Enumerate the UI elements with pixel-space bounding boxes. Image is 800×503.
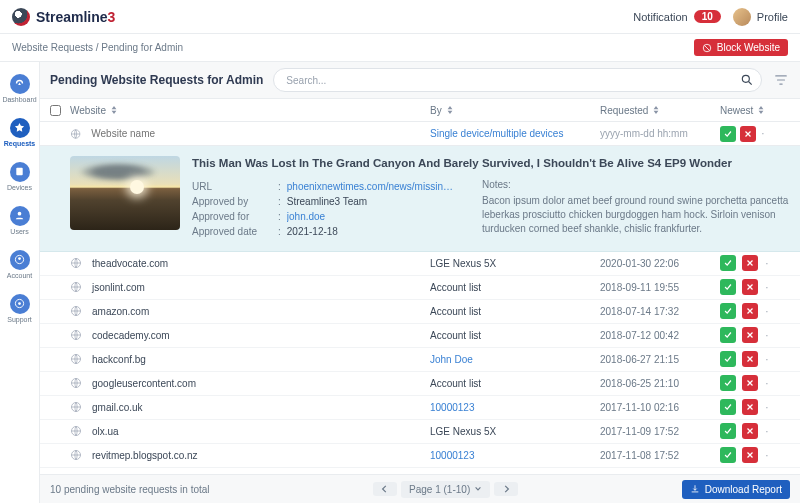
svg-point-3 bbox=[18, 212, 22, 216]
check-icon bbox=[723, 306, 733, 316]
nav-devices[interactable]: Devices bbox=[2, 156, 38, 196]
row-menu[interactable]: · bbox=[764, 402, 770, 413]
pager-prev[interactable] bbox=[373, 482, 397, 496]
nav-requests[interactable]: Requests bbox=[2, 112, 38, 152]
row-by: Account list bbox=[430, 330, 600, 341]
row-requested: 2018-06-27 21:15 bbox=[600, 354, 720, 365]
nav-users[interactable]: Users bbox=[2, 200, 38, 240]
approve-all-button[interactable] bbox=[720, 126, 736, 142]
brand[interactable]: Streamline3 bbox=[12, 8, 115, 26]
row-menu[interactable]: · bbox=[764, 330, 770, 341]
profile-label: Profile bbox=[757, 11, 788, 23]
col-newest[interactable]: Newest bbox=[720, 105, 790, 116]
row-site: jsonlint.com bbox=[92, 282, 145, 293]
select-all-checkbox[interactable] bbox=[50, 105, 61, 116]
table-row[interactable]: olx.uaLGE Nexus 5X2017-11-09 17:52· bbox=[40, 420, 800, 444]
reject-button[interactable] bbox=[742, 279, 758, 295]
filter-button[interactable] bbox=[772, 71, 790, 89]
globe-icon bbox=[70, 377, 82, 389]
brand-name: Streamline bbox=[36, 9, 108, 25]
table-row[interactable]: theadvocate.comLGE Nexus 5X2020-01-30 22… bbox=[40, 252, 800, 276]
approve-button[interactable] bbox=[720, 375, 736, 391]
sort-icon bbox=[757, 106, 765, 114]
approve-button[interactable] bbox=[720, 327, 736, 343]
row-menu[interactable]: · bbox=[764, 426, 770, 437]
detail-thumbnail bbox=[70, 156, 180, 230]
reject-button[interactable] bbox=[742, 375, 758, 391]
reject-button[interactable] bbox=[742, 303, 758, 319]
globe-icon bbox=[70, 281, 82, 293]
sort-icon bbox=[446, 106, 454, 114]
row-menu[interactable]: · bbox=[764, 354, 770, 365]
check-icon bbox=[723, 282, 733, 292]
download-icon bbox=[690, 484, 700, 494]
row-menu[interactable]: · bbox=[764, 282, 770, 293]
row-site: olx.ua bbox=[92, 426, 119, 437]
row-menu[interactable]: · bbox=[760, 128, 766, 139]
approve-button[interactable] bbox=[720, 303, 736, 319]
reject-button[interactable] bbox=[742, 255, 758, 271]
row-by[interactable]: 10000123 bbox=[430, 450, 600, 461]
approve-button[interactable] bbox=[720, 399, 736, 415]
approve-button[interactable] bbox=[720, 279, 736, 295]
profile-link[interactable]: Profile bbox=[733, 8, 788, 26]
row-menu[interactable]: · bbox=[764, 450, 770, 461]
search-icon bbox=[740, 73, 754, 87]
svg-point-8 bbox=[742, 75, 749, 82]
row-menu[interactable]: · bbox=[764, 378, 770, 389]
x-icon bbox=[745, 378, 755, 388]
filter-date-input[interactable]: yyyy-mm-dd hh:mm bbox=[600, 128, 720, 139]
block-website-button[interactable]: Block Website bbox=[694, 39, 788, 56]
notification-label: Notification bbox=[633, 11, 687, 23]
table-row[interactable]: amazon.comAccount list2018-07-14 17:32· bbox=[40, 300, 800, 324]
reject-button[interactable] bbox=[742, 447, 758, 463]
block-icon bbox=[702, 43, 712, 53]
reject-all-button[interactable] bbox=[740, 126, 756, 142]
table-row[interactable]: jsonlint.comAccount list2018-09-11 19:55… bbox=[40, 276, 800, 300]
table-row[interactable]: hackconf.bgJohn Doe2018-06-27 21:15· bbox=[40, 348, 800, 372]
globe-icon bbox=[70, 353, 82, 365]
row-requested: 2018-07-12 00:42 bbox=[600, 330, 720, 341]
row-menu[interactable]: · bbox=[764, 306, 770, 317]
reject-button[interactable] bbox=[742, 423, 758, 439]
detail-url[interactable]: phoenixnewtimes.com/news/missing-man-gra… bbox=[287, 181, 457, 192]
approve-button[interactable] bbox=[720, 351, 736, 367]
table-row[interactable]: revitmep.blogspot.co.nz100001232017-11-0… bbox=[40, 444, 800, 468]
chevron-down-icon bbox=[474, 485, 482, 493]
col-by[interactable]: By bbox=[430, 105, 600, 116]
row-by[interactable]: 10000123 bbox=[430, 402, 600, 413]
table-row[interactable]: codecademy.comAccount list2018-07-12 00:… bbox=[40, 324, 800, 348]
filter-by-select[interactable]: Single device/multiple devices bbox=[430, 128, 600, 139]
row-menu[interactable]: · bbox=[764, 258, 770, 269]
breadcrumb[interactable]: Website Requests / Pending for Admin bbox=[12, 42, 183, 53]
pager-next[interactable] bbox=[494, 482, 518, 496]
approve-button[interactable] bbox=[720, 255, 736, 271]
approve-button[interactable] bbox=[720, 447, 736, 463]
pager-page[interactable]: Page 1 (1-10) bbox=[401, 481, 490, 498]
table-row[interactable]: gmail.co.uk100001232017-11-10 02:16· bbox=[40, 396, 800, 420]
reject-button[interactable] bbox=[742, 399, 758, 415]
support-icon bbox=[10, 294, 30, 314]
reject-button[interactable] bbox=[742, 351, 758, 367]
account-icon bbox=[10, 250, 30, 270]
nav-dashboard[interactable]: Dashboard bbox=[2, 68, 38, 108]
reject-button[interactable] bbox=[742, 327, 758, 343]
page-title: Pending Website Requests for Admin bbox=[50, 73, 263, 87]
col-website[interactable]: Website bbox=[70, 105, 430, 116]
table-row[interactable]: googleusercontent.comAccount list2018-06… bbox=[40, 372, 800, 396]
detail-approved-for[interactable]: john.doe bbox=[287, 211, 325, 222]
filter-website-input[interactable] bbox=[91, 128, 430, 139]
row-requested: 2017-11-10 02:16 bbox=[600, 402, 720, 413]
row-by[interactable]: John Doe bbox=[430, 354, 600, 365]
approve-button[interactable] bbox=[720, 423, 736, 439]
globe-icon bbox=[70, 257, 82, 269]
download-report-button[interactable]: Download Report bbox=[682, 480, 790, 499]
brand-suffix: 3 bbox=[108, 9, 116, 25]
row-requested: 2017-11-08 17:52 bbox=[600, 450, 720, 461]
check-icon bbox=[723, 450, 733, 460]
nav-support[interactable]: Support bbox=[2, 288, 38, 328]
col-requested[interactable]: Requested bbox=[600, 105, 720, 116]
search-input[interactable] bbox=[273, 68, 762, 92]
nav-account[interactable]: Account bbox=[2, 244, 38, 284]
notification-link[interactable]: Notification 10 bbox=[633, 10, 721, 23]
